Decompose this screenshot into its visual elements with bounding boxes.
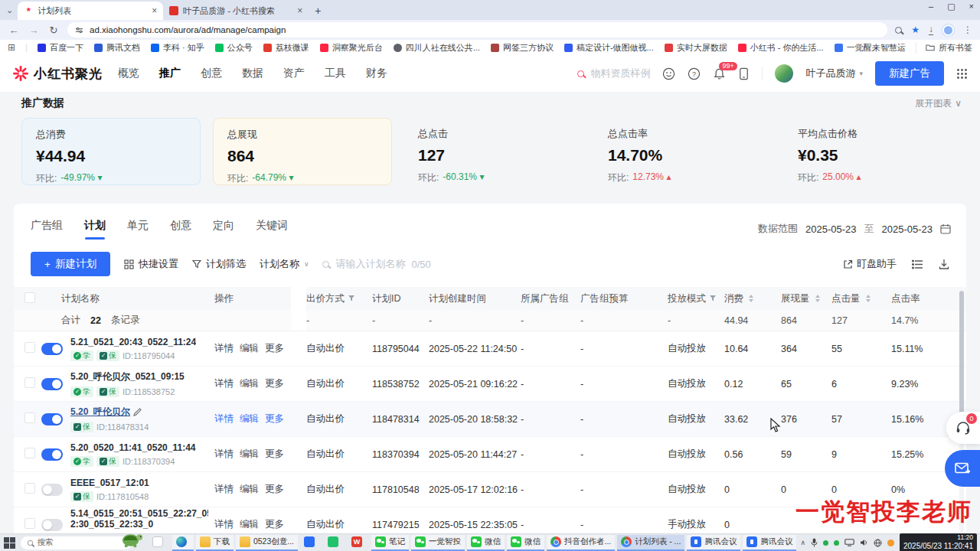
network-icon[interactable] xyxy=(874,539,882,547)
notifications-bell-icon[interactable]: 99+ xyxy=(713,67,726,80)
header-clicks[interactable]: 点击量 xyxy=(831,292,885,305)
browser-tab[interactable]: * 计划列表 × xyxy=(18,2,163,20)
main-nav-item[interactable]: 创意 xyxy=(201,67,222,80)
help-icon[interactable]: ? xyxy=(688,67,701,80)
main-nav-item[interactable]: 推广 xyxy=(159,67,181,80)
plan-name[interactable]: EEEE_0517_12:01 xyxy=(70,478,149,488)
bookmark-item[interactable]: 洞察聚光后台 xyxy=(320,42,383,54)
taskbar-app[interactable]: 腾讯会议 xyxy=(687,535,740,551)
forward-button[interactable]: → xyxy=(28,24,40,36)
detail-link[interactable]: 详情 xyxy=(214,377,234,390)
table-row[interactable]: 5.21_0521_20:43_0522_11:24 ✓学 ✓保 ID:1187… xyxy=(14,331,966,367)
more-link[interactable]: 更多 xyxy=(265,342,284,355)
main-nav-item[interactable]: 工具 xyxy=(325,67,346,80)
more-link[interactable]: 更多 xyxy=(265,412,284,425)
main-nav-item[interactable]: 财务 xyxy=(366,67,387,80)
download-icon[interactable] xyxy=(939,259,949,269)
material-search[interactable]: 物料资质样例 xyxy=(577,67,650,80)
plan-name[interactable]: 5.21_0521_20:43_0522_11:24 xyxy=(70,337,196,347)
edit-link[interactable]: 编辑 xyxy=(240,483,259,496)
back-button[interactable]: ← xyxy=(8,24,20,36)
bookmark-item[interactable]: 百度一下 xyxy=(38,42,83,54)
row-checkbox[interactable] xyxy=(24,448,35,458)
plan-name[interactable]: 5.20_0520_11:41_0520_11:44 xyxy=(70,442,196,453)
entity-tab[interactable]: 创意 xyxy=(170,219,191,240)
site-settings-icon[interactable] xyxy=(75,26,83,34)
filter-icon[interactable] xyxy=(348,295,355,302)
taskbar-app[interactable] xyxy=(172,535,194,551)
plan-name[interactable]: 5.20_呼伦贝尔 xyxy=(70,406,130,419)
browser-tab[interactable]: 叶子品质游 - 小红书搜索 × xyxy=(163,2,309,20)
plan-name[interactable]: 5.14_0515_20:51_0515_22:27_0515_2 xyxy=(70,508,208,519)
edit-link[interactable]: 编辑 xyxy=(240,448,259,461)
microphone-icon[interactable] xyxy=(811,538,818,547)
monitor-assistant-button[interactable]: 盯盘助手 xyxy=(843,257,897,271)
bookmark-item[interactable]: 公众号 xyxy=(215,42,253,54)
date-start[interactable]: 2025-05-23 xyxy=(805,223,857,235)
downloads-icon[interactable]: ↓ xyxy=(929,25,933,35)
row-checkbox[interactable] xyxy=(24,518,35,529)
tray-expand-icon[interactable]: ∧ xyxy=(800,539,805,546)
detail-link[interactable]: 详情 xyxy=(214,342,234,355)
window-minimize-button[interactable]: – xyxy=(929,2,933,11)
reload-button[interactable]: ↻ xyxy=(47,24,60,36)
account-avatar[interactable] xyxy=(775,64,793,83)
new-tab-button[interactable]: + xyxy=(315,5,321,17)
bookmark-item[interactable]: 四川人社在线公共... xyxy=(394,42,480,54)
main-nav-item[interactable]: 资产 xyxy=(283,67,305,80)
expand-charts-button[interactable]: 展开图表 ∨ xyxy=(915,97,962,110)
plan-name[interactable]: 5.20_呼伦贝尔_0521_09:15 xyxy=(70,370,185,383)
account-menu[interactable]: 叶子品质游 ▾ xyxy=(805,67,863,80)
taskbar-app[interactable]: 一觉智投 xyxy=(411,535,465,551)
select-all-checkbox[interactable] xyxy=(24,292,35,303)
bookmark-item[interactable]: 荔枝微课 xyxy=(263,42,309,54)
app-grid-icon[interactable] xyxy=(956,68,968,80)
start-button[interactable] xyxy=(3,536,17,549)
emoji-icon[interactable] xyxy=(662,67,675,80)
main-nav-item[interactable]: 概览 xyxy=(118,67,139,80)
detail-link[interactable]: 详情 xyxy=(214,448,234,461)
column-settings-icon[interactable] xyxy=(912,259,923,269)
browser-menu-icon[interactable]: ⋮ xyxy=(963,24,972,35)
plan-status-toggle[interactable] xyxy=(41,448,63,461)
header-bid-type[interactable]: 出价方式 xyxy=(306,292,366,305)
taskbar-app[interactable]: 腾讯会议 xyxy=(743,535,796,551)
plan-status-toggle[interactable] xyxy=(41,378,63,390)
speaker-icon[interactable] xyxy=(860,539,868,546)
mobile-app-icon[interactable] xyxy=(738,67,750,80)
bookmark-item[interactable]: 网签三方协议 xyxy=(491,42,554,54)
table-row[interactable]: 5.20_呼伦贝尔_0521_09:15 ✓学 ✓保 ID:118538752 … xyxy=(14,367,966,402)
window-close-button[interactable]: × xyxy=(969,2,974,11)
new-plan-button[interactable]: + 新建计划 xyxy=(31,252,110,276)
header-delivery-mode[interactable]: 投放模式 xyxy=(668,292,718,305)
row-checkbox[interactable] xyxy=(24,483,35,494)
taskbar-app[interactable]: 笔记 xyxy=(371,535,409,551)
date-range-picker[interactable]: 数据范围 2025-05-23 至 2025-05-23 xyxy=(758,222,951,236)
wechat-tray-icon[interactable] xyxy=(834,540,839,546)
bookmark-item[interactable]: 腾讯文档 xyxy=(94,42,140,54)
sort-icon[interactable] xyxy=(815,295,820,302)
detail-link[interactable]: 详情 xyxy=(214,412,234,425)
table-row[interactable]: 5.20_0520_11:41_0520_11:44 ✓学 ✓保 ID:1183… xyxy=(14,437,966,472)
plan-status-toggle[interactable] xyxy=(41,413,63,425)
header-cost[interactable]: 消费 xyxy=(724,292,775,305)
zoom-icon[interactable] xyxy=(895,27,902,34)
more-link[interactable]: 更多 xyxy=(265,483,284,496)
plan-status-toggle[interactable] xyxy=(41,343,63,355)
bookmark-item[interactable]: 实时大屏数据 xyxy=(665,42,727,54)
entity-tab[interactable]: 单元 xyxy=(127,219,149,240)
more-link[interactable]: 更多 xyxy=(265,448,284,461)
taskbar-app[interactable]: W xyxy=(348,535,369,551)
more-link[interactable]: 更多 xyxy=(265,518,284,531)
tab-close-icon[interactable]: × xyxy=(297,5,302,16)
recorder-tray-icon[interactable] xyxy=(887,540,894,546)
entity-tab[interactable]: 计划 xyxy=(84,219,106,240)
entity-tab[interactable]: 广告组 xyxy=(31,219,63,240)
plan-status-toggle[interactable] xyxy=(41,484,63,496)
row-checkbox[interactable] xyxy=(24,377,35,388)
customer-service-button[interactable]: 0 xyxy=(946,412,980,444)
address-bar[interactable]: ad.xiaohongshu.com/aurora/ad/manage/camp… xyxy=(67,22,887,37)
detail-link[interactable]: 详情 xyxy=(214,483,234,496)
tab-search-icon[interactable]: ⌄ xyxy=(6,5,13,15)
detail-link[interactable]: 详情 xyxy=(214,518,234,531)
